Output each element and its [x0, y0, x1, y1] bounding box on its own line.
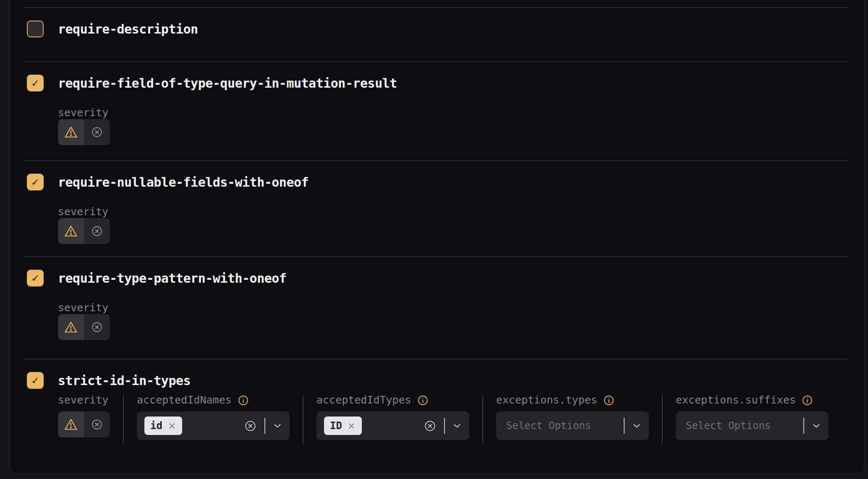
multiselect-acceptedIdTypes[interactable]: ID — [316, 411, 469, 440]
select-separator — [803, 418, 805, 434]
circle-x-icon — [91, 418, 103, 431]
rule-title: require-description — [58, 22, 198, 36]
warning-triangle-icon — [64, 125, 78, 139]
severity-off-button[interactable] — [84, 314, 110, 340]
multiselect-acceptedIdNames[interactable]: id — [137, 411, 290, 440]
selected-tag: id — [144, 417, 182, 435]
circle-x-icon — [91, 225, 103, 237]
severity-label: severity — [58, 394, 108, 406]
param-divider — [662, 396, 663, 443]
param-column-exceptions-types: exceptions.types Select Options — [496, 394, 649, 440]
severity-off-button[interactable] — [84, 218, 110, 244]
severity-warn-button[interactable] — [58, 119, 84, 145]
severity-toggle — [58, 314, 110, 340]
severity-toggle — [58, 411, 110, 437]
warning-triangle-icon — [64, 417, 78, 432]
rules-panel: ✓ require-description ✓ require-field-of… — [9, 0, 865, 474]
check-icon: ✓ — [32, 272, 39, 284]
param-label: acceptedIdNames — [137, 394, 232, 406]
warning-triangle-icon — [64, 224, 78, 238]
tag-label: ID — [330, 420, 342, 432]
param-divider — [123, 396, 124, 443]
severity-toggle — [58, 119, 110, 145]
select-separator — [264, 418, 266, 434]
severity-warn-button[interactable] — [58, 218, 84, 244]
param-column-acceptedIdTypes: acceptedIdTypes ID — [316, 394, 469, 440]
rule-checkbox[interactable]: ✓ — [27, 270, 44, 286]
rule-section-require-nullable-fields-with-oneof: ✓ require-nullable-fields-with-oneof sev… — [23, 160, 848, 256]
select-separator — [624, 418, 625, 434]
multiselect-exceptions-suffixes[interactable]: Select Options — [676, 411, 829, 440]
selected-tag: ID — [324, 417, 362, 435]
rule-section-require-description: ✓ require-description — [23, 7, 848, 61]
param-label: acceptedIdTypes — [316, 394, 411, 406]
check-icon: ✓ — [32, 176, 39, 187]
clear-all-icon[interactable] — [244, 419, 257, 432]
rule-section-strict-id-in-types: ✓ strict-id-in-types severity — [23, 359, 848, 469]
remove-tag-icon[interactable] — [347, 422, 356, 430]
tag-label: id — [150, 420, 162, 432]
param-label: exceptions.suffixes — [676, 394, 796, 406]
severity-off-button[interactable] — [84, 119, 110, 145]
select-placeholder: Select Options — [683, 420, 771, 432]
param-column-severity: severity — [58, 394, 110, 437]
remove-tag-icon[interactable] — [167, 422, 176, 430]
select-placeholder: Select Options — [504, 420, 591, 432]
rule-title: require-field-of-type-query-in-mutation-… — [58, 76, 397, 91]
multiselect-exceptions-types[interactable]: Select Options — [496, 411, 649, 440]
chevron-down-icon[interactable] — [272, 420, 283, 431]
rule-section-require-type-pattern-with-oneof: ✓ require-type-pattern-with-oneof severi… — [23, 256, 848, 359]
chevron-down-icon[interactable] — [452, 420, 463, 431]
param-column-acceptedIdNames: acceptedIdNames id — [137, 394, 290, 440]
severity-off-button[interactable] — [84, 411, 110, 437]
rule-title: require-nullable-fields-with-oneof — [58, 175, 309, 190]
clear-all-icon[interactable] — [424, 419, 437, 432]
check-icon: ✓ — [32, 77, 39, 89]
severity-label: severity — [58, 302, 848, 314]
select-separator — [444, 418, 445, 434]
param-column-exceptions-suffixes: exceptions.suffixes Select Options — [676, 394, 829, 440]
info-icon[interactable] — [417, 395, 429, 406]
check-icon: ✓ — [32, 375, 39, 386]
info-icon[interactable] — [238, 395, 249, 406]
rule-title: strict-id-in-types — [58, 373, 191, 388]
severity-label: severity — [58, 206, 848, 218]
rule-section-require-field-of-type-query-in-mutation-result: ✓ require-field-of-type-query-in-mutatio… — [23, 61, 848, 160]
circle-x-icon — [91, 321, 103, 333]
warning-triangle-icon — [64, 320, 78, 334]
severity-warn-button[interactable] — [58, 314, 84, 340]
rule-checkbox[interactable]: ✓ — [27, 372, 44, 389]
severity-toggle — [58, 218, 110, 244]
rule-checkbox[interactable]: ✓ — [27, 174, 44, 190]
chevron-down-icon[interactable] — [631, 420, 642, 431]
param-divider — [482, 396, 483, 443]
chevron-down-icon[interactable] — [811, 420, 822, 431]
circle-x-icon — [91, 126, 103, 138]
info-icon[interactable] — [802, 395, 813, 406]
previous-section-remainder — [10, 0, 864, 7]
info-icon[interactable] — [603, 395, 614, 406]
param-label: exceptions.types — [496, 394, 597, 406]
param-divider — [303, 396, 303, 443]
severity-warn-button[interactable] — [58, 411, 84, 437]
rule-title: require-type-pattern-with-oneof — [58, 271, 286, 286]
rule-checkbox[interactable]: ✓ — [27, 75, 44, 91]
severity-label: severity — [58, 107, 848, 119]
rule-checkbox[interactable]: ✓ — [27, 21, 44, 37]
